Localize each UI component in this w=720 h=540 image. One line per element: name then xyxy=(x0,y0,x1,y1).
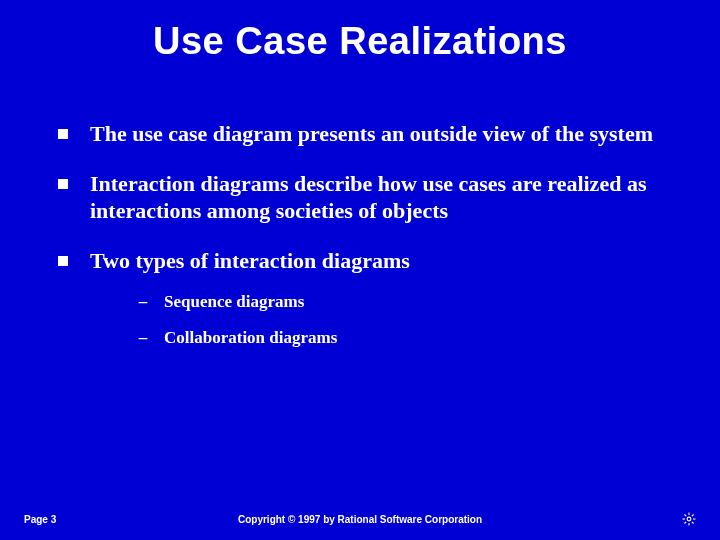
page-number: Page 3 xyxy=(24,514,56,525)
sub-bullet-item: – Collaboration diagrams xyxy=(134,327,684,349)
svg-rect-4 xyxy=(693,518,695,519)
sub-bullet-group: – Sequence diagrams – Collaboration diag… xyxy=(58,291,684,349)
svg-rect-8 xyxy=(691,521,693,523)
square-bullet-icon xyxy=(58,129,68,139)
slide-content: The use case diagram presents an outside… xyxy=(36,121,684,349)
sub-bullet-item: – Sequence diagrams xyxy=(134,291,684,313)
svg-rect-6 xyxy=(684,521,686,523)
svg-rect-3 xyxy=(683,518,685,519)
sub-bullet-text: Sequence diagrams xyxy=(164,291,304,313)
square-bullet-icon xyxy=(58,179,68,189)
svg-rect-5 xyxy=(691,514,693,516)
svg-rect-1 xyxy=(688,513,689,515)
bullet-text: The use case diagram presents an outside… xyxy=(90,121,684,147)
bullet-item: Interaction diagrams describe how use ca… xyxy=(58,171,684,224)
dash-bullet-icon: – xyxy=(134,327,152,349)
bullet-text: Interaction diagrams describe how use ca… xyxy=(90,171,684,224)
square-bullet-icon xyxy=(58,256,68,266)
gear-icon xyxy=(682,512,696,526)
dash-bullet-icon: – xyxy=(134,291,152,313)
slide: Use Case Realizations The use case diagr… xyxy=(0,0,720,540)
svg-rect-7 xyxy=(684,514,686,516)
sub-bullet-text: Collaboration diagrams xyxy=(164,327,337,349)
bullet-item: The use case diagram presents an outside… xyxy=(58,121,684,147)
svg-point-0 xyxy=(687,517,691,521)
slide-title: Use Case Realizations xyxy=(36,20,684,63)
slide-footer: Page 3 Copyright © 1997 by Rational Soft… xyxy=(0,512,720,526)
copyright-text: Copyright © 1997 by Rational Software Co… xyxy=(238,514,482,525)
bullet-text: Two types of interaction diagrams xyxy=(90,248,684,274)
bullet-item: Two types of interaction diagrams xyxy=(58,248,684,274)
svg-rect-2 xyxy=(688,523,689,525)
